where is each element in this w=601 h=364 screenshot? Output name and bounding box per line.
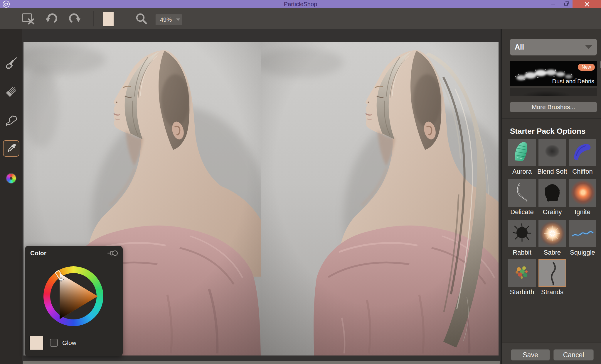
new-badge: New [578,64,595,71]
chevron-down-icon [585,45,592,49]
zoom-level-value: 49% [156,16,176,23]
brush-tile-sabre[interactable] [538,220,566,247]
starter-pack-title: Starter Pack Options [510,127,585,136]
titlebar: ParticleShop [0,0,601,8]
zoom-level-dropdown[interactable]: 49% [155,14,182,25]
color-wheel-button[interactable] [4,172,18,185]
tool-sidebar: ? [0,29,22,364]
brush-tile-blend-soft[interactable] [538,139,566,166]
panel-footer: Save Cancel [502,343,601,364]
featured-brush-name: Dust and Debris [552,78,594,85]
brush-icon [5,57,18,70]
next-brush-tile-partial[interactable] [510,88,597,96]
brush-label: Rabbit [506,249,538,256]
brush-tile-strands[interactable] [538,259,566,287]
brush-tile-chiffon[interactable] [569,139,596,166]
chevron-down-icon [176,18,180,21]
brush-panel: All New [501,29,601,364]
smudge-tool-button[interactable] [4,114,18,127]
brush-label: Aurora [506,168,538,175]
eraser-icon [5,85,18,98]
brush-label: Blend Soft [536,168,568,175]
brush-label: Strands [536,288,568,296]
undo-button[interactable] [45,12,58,25]
eyedropper-icon [5,142,18,155]
starbirth-brush-thumb [508,259,536,287]
strands-brush-thumb [539,260,565,286]
color-panel-title: Color [30,250,46,257]
hand-icon [5,114,18,127]
clear-canvas-icon [21,12,36,25]
chiffon-brush-thumb [569,139,596,166]
hue-ring[interactable] [43,266,103,326]
sabre-brush-thumb [538,220,566,247]
color-panel: Color [25,246,123,356]
clear-canvas-button[interactable] [21,12,36,25]
save-button[interactable]: Save [511,349,550,360]
aurora-brush-thumb [508,139,536,166]
selected-color-swatch[interactable] [29,336,43,350]
minimize-button[interactable] [547,0,560,8]
pin-icon[interactable] [107,249,119,257]
brush-label: Squiggle [566,249,599,256]
brush-tile-grainy[interactable] [538,179,566,207]
eyedropper-tool-button[interactable] [3,140,19,157]
close-icon [585,2,589,6]
brush-label: Sabre [536,249,568,256]
horizontal-scrollbar[interactable] [23,361,500,364]
eraser-tool-button[interactable] [4,85,18,98]
toolbar-separator [93,11,94,26]
brush-tile-rabbit[interactable] [508,220,536,247]
hue-ring-hole [50,273,97,319]
restore-icon [564,3,568,6]
window-title: ParticleShop [0,1,601,8]
redo-icon [68,12,82,25]
panel-divider [502,118,601,119]
magnifier-icon [135,12,148,25]
featured-brush-tile[interactable]: New Dust and Debris [510,61,597,86]
redo-button[interactable] [68,12,82,25]
delicate-brush-thumb [508,179,536,207]
rabbit-brush-thumb [508,220,536,247]
brush-label: Grainy [536,208,568,216]
brush-tile-starbirth[interactable] [508,259,536,287]
close-button[interactable] [573,0,601,8]
zoom-tool-button[interactable] [135,12,148,25]
brush-tile-aurora[interactable] [508,139,536,166]
minimize-icon [551,4,555,4]
brush-label: Starbirth [506,288,538,296]
brush-label: Ignite [566,208,599,216]
undo-icon [45,12,58,25]
brush-tile-squiggle[interactable] [569,220,596,247]
cancel-button[interactable]: Cancel [553,349,594,360]
brush-tile-delicate[interactable] [508,179,536,207]
grainy-brush-thumb [538,179,566,207]
restore-button[interactable] [560,0,573,8]
current-color-swatch[interactable] [103,12,114,26]
toolbar-separator [123,11,123,26]
brush-filter-dropdown[interactable]: All [510,39,597,55]
brush-label: Chiffon [566,168,599,175]
glow-label: Glow [62,339,76,346]
brush-list-scrollbar[interactable] [600,61,601,68]
squiggle-brush-thumb [569,220,596,247]
brush-tool-button[interactable] [4,56,18,70]
brush-label: Delicate [506,208,538,216]
glow-checkbox[interactable] [50,339,58,347]
brush-filter-value: All [515,43,585,51]
brush-tile-ignite[interactable] [569,179,596,207]
particleshop-window: ParticleShop [0,0,601,364]
toolbar: 49% [0,8,601,29]
more-brushes-button[interactable]: More Brushes... [510,102,597,112]
color-wheel-icon [6,173,16,184]
